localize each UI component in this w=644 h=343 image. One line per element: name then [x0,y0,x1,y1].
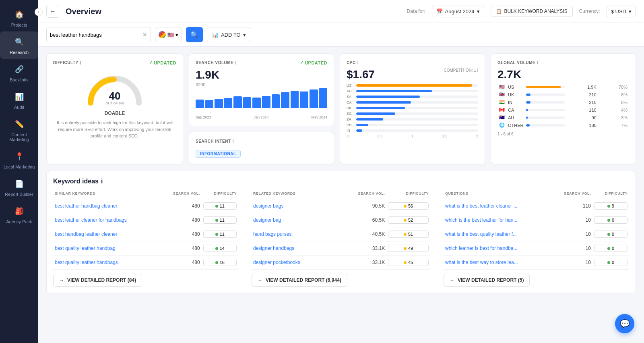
difficulty-info-icon[interactable]: i [80,60,82,65]
volume-bar [272,94,280,108]
keyword-link[interactable]: designer bag [253,217,281,223]
country-code: CA [347,100,354,104]
vol-pct: 8% [598,91,628,98]
keyword-link[interactable]: best leather handbag cleaner [55,203,117,209]
vol-pct: 70% [598,83,628,90]
bulk-icon: 📋 [496,8,502,14]
keyword-volume: 10 [550,213,592,227]
sidebar-item-projects[interactable]: 🏠 Projects [0,4,38,31]
table-row: what is the best quality leather f... 10… [444,227,629,241]
sidebar-item-agency-pack[interactable]: 🎒 Agency Pack [0,201,38,228]
volume-bar [310,89,318,108]
keyword-link[interactable]: what is the best way to store lea... [445,260,518,265]
keyword-link[interactable]: best handbag leather cleaner [55,231,117,237]
chat-fab-button[interactable]: 💬 [615,314,634,333]
vol-bar-track [526,124,565,127]
bulk-keyword-button[interactable]: 📋 BULK KEYWORD ANALYSIS [491,6,573,17]
table-row: best leather cleaner for handbags 480 11 [53,213,238,227]
search-volume-info-icon[interactable]: i [235,60,237,65]
difficulty-badge: 9 [594,202,627,210]
difficulty-dot [215,205,218,208]
keyword-link[interactable]: what is the best leather cleaner ... [445,203,517,209]
volume-bar [262,96,270,108]
keyword-difficulty: 0 [592,256,629,270]
sidebar-item-backlinks[interactable]: 🔗 Backlinks [0,59,38,86]
content-area: DIFFICULTY i ✓ Updated 40 OUT OF 100 [38,47,644,343]
keyword-link[interactable]: best quality leather handbags [55,260,118,265]
sidebar-collapse-btn[interactable]: › [35,8,43,16]
clear-search-button[interactable]: ✕ [142,31,147,38]
sidebar-label-local-marketing: Local Marketing [4,164,35,169]
table-row: best leather handbag cleaner 480 11 [53,199,238,213]
metrics-row: DIFFICULTY i ✓ Updated 40 OUT OF 100 [46,53,636,164]
search-intent-card: SEARCH INTENT i INFORMATIONAL [189,132,334,164]
engine-selector[interactable]: 🇺🇸 ▾ [155,27,182,42]
local-marketing-icon: 📍 [13,150,26,163]
similar-view-report-label: VIEW DETAILED REPORT (84) [67,277,136,283]
keyword-link[interactable]: best leather cleaner for handbags [55,217,127,223]
country-code: SA [347,95,354,99]
global-volume-info-icon[interactable]: i [537,60,539,65]
similar-view-report-button[interactable]: → VIEW DETAILED REPORT (84) [53,274,142,287]
search-intent-info-icon[interactable]: i [233,139,234,143]
cpc-country-row: PH [347,123,478,127]
vol-bar-fill [526,124,530,127]
keyword-difficulty: 9 [592,199,629,213]
keyword-link[interactable]: which is the best leather for han... [445,217,517,223]
vol-bar-track [526,86,565,88]
table-row: which is the best leather for han... 10 … [444,213,629,227]
bulk-label: BULK KEYWORD ANALYSIS [504,8,568,14]
sidebar-item-audit[interactable]: 📊 Audit [0,86,38,114]
volume-bar [215,99,223,108]
country-bar-fill [356,84,472,87]
country-name: CA [507,106,524,113]
keyword-link[interactable]: designer pocketbooks [253,260,300,265]
keyword-link[interactable]: designer bags [253,203,283,209]
bar-chart-labels: Sep 2023 Jan 2024 May 2024 [196,115,327,119]
keyword-volume: 33.1K [336,256,386,270]
vol-bar-fill [526,116,528,119]
sidebar-item-research[interactable]: 🔍 Research [0,31,38,59]
keyword-ideas-title: Keyword ideas i [53,178,629,185]
date-selector[interactable]: 📅 August 2024 ▾ [432,6,484,17]
cpc-axis: 0 0.5 1 1.5 2 [347,134,478,138]
keyword-link[interactable]: best quality leather handbag [55,245,116,251]
sidebar-item-content-marketing[interactable]: ✏️ Content Marketing [0,114,38,146]
chevron-down-icon-2: ▾ [629,8,632,15]
keyword-difficulty: 0 [592,227,629,241]
chevron-down-icon: ▾ [477,8,480,15]
keyword-link[interactable]: hand bags purses [253,231,291,237]
sidebar-item-report-builder[interactable]: 📄 Report Builder [0,173,38,201]
country-bar-track [356,112,478,115]
add-to-button[interactable]: 📊 ADD TO ▾ [207,27,251,42]
keyword-ideas-info-icon[interactable]: i [101,178,103,185]
search-input[interactable] [50,32,142,38]
currency-selector[interactable]: $ USD ▾ [607,6,636,17]
back-button[interactable]: ← [46,5,59,18]
keyword-difficulty: 0 [592,241,629,256]
country-bar-fill [356,112,395,115]
similar-kw-header: SIMILAR KEYWORDS [53,190,159,199]
difficulty-badge: 49 [388,245,429,252]
keyword-link[interactable]: what is the best quality leather f... [445,231,517,237]
table-row: best quality leather handbag 480 14 [53,241,238,256]
related-view-report-label: VIEW DETAILED REPORT (6,944) [266,277,341,283]
sidebar-item-local-marketing[interactable]: 📍 Local Marketing [0,146,38,173]
keyword-difficulty: 14 [202,241,238,256]
keyword-link[interactable]: designer handbags [253,245,294,251]
keyword-volume: 33.1K [336,241,386,256]
cpc-info-icon[interactable]: i [357,60,359,65]
cpc-country-row: IN [347,129,478,133]
table-row: best handbag leather cleaner 480 11 [53,227,238,241]
search-button[interactable]: 🔍 [186,27,203,42]
related-view-report-button[interactable]: → VIEW DETAILED REPORT (6,944) [252,274,347,287]
country-bar-track [356,107,478,109]
country-bar-fill [356,101,411,104]
country-code: SG [347,112,354,116]
difficulty-description: It is entirely possible to rank high for… [53,119,176,139]
agency-pack-icon: 🎒 [13,205,26,218]
questions-view-report-button[interactable]: → VIEW DETAILED REPORT (5) [444,274,530,287]
competition-info-icon[interactable]: i [477,68,478,73]
country-bar-fill [356,129,362,132]
keyword-link[interactable]: which leather is best for handba... [445,245,517,251]
